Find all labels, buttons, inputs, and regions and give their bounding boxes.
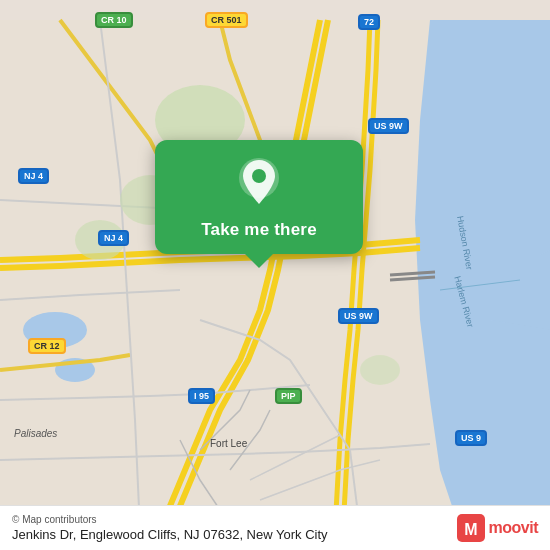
svg-point-11: [360, 355, 400, 385]
moovit-text: moovit: [489, 519, 538, 537]
road-badge-pip: PIP: [275, 388, 302, 404]
address-text: Jenkins Dr, Englewood Cliffs, NJ 07632, …: [12, 527, 328, 542]
label-fort-lee: Fort Lee: [210, 438, 247, 449]
svg-point-13: [252, 169, 266, 183]
road-badge-nj4-top: NJ 4: [18, 168, 49, 184]
road-badge-i95: I 95: [188, 388, 215, 404]
take-me-there-popup[interactable]: Take me there: [155, 140, 363, 254]
map-background: [0, 0, 550, 550]
moovit-icon: M: [457, 514, 485, 542]
map-container: CR 10 CR 501 72 NJ 4 US 9W NJ 4 US 9W CR…: [0, 0, 550, 550]
road-badge-us9: US 9: [455, 430, 487, 446]
bottom-bar: © Map contributors Jenkins Dr, Englewood…: [0, 505, 550, 550]
road-badge-us9w-top: US 9W: [368, 118, 409, 134]
road-badge-us9w-mid: US 9W: [338, 308, 379, 324]
road-badge-cr10: CR 10: [95, 12, 133, 28]
road-badge-nj4-mid: NJ 4: [98, 230, 129, 246]
label-palisades: Palisades: [14, 428, 57, 439]
location-pin-icon: [237, 158, 281, 210]
road-badge-r72: 72: [358, 14, 380, 30]
road-badge-cr501: CR 501: [205, 12, 248, 28]
bottom-left-info: © Map contributors Jenkins Dr, Englewood…: [12, 514, 328, 542]
svg-text:M: M: [464, 521, 477, 538]
road-badge-cr12: CR 12: [28, 338, 66, 354]
copyright-text: © Map contributors: [12, 514, 328, 525]
moovit-logo: M moovit: [457, 514, 538, 542]
take-me-there-label: Take me there: [201, 220, 317, 240]
